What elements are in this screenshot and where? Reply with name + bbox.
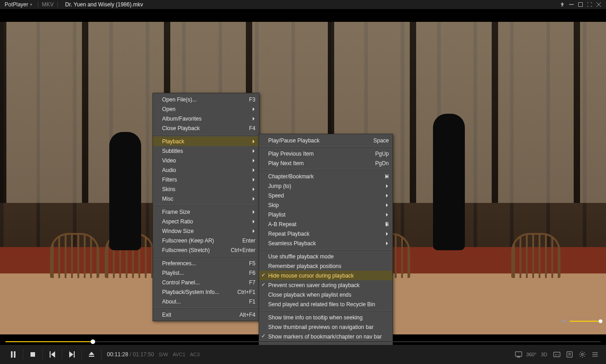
video-codec-badge[interactable]: AVC1 [173, 352, 185, 357]
previous-button[interactable] [44, 345, 61, 364]
chevron-down-icon: ▾ [30, 2, 32, 7]
menu-item[interactable]: Open File(s)...F3 [153, 95, 259, 104]
menu-item-label: Control Panel... [162, 279, 238, 286]
menu-item-label: Preferences... [162, 260, 238, 267]
seek-bar[interactable] [0, 339, 606, 345]
menu-item[interactable]: Remember playback positions [259, 261, 392, 271]
menu-item[interactable]: Use shuffle playback mode [259, 252, 392, 261]
menu-item[interactable]: Fullscreen (Keep AR)Enter [153, 236, 259, 245]
menu-item[interactable]: Skip [259, 200, 392, 210]
audio-codec-badge[interactable]: AC3 [190, 352, 199, 357]
menu-item-label: Frame Size [162, 209, 255, 215]
menu-item-shortcut: H [385, 173, 389, 180]
menu-item[interactable]: Close PlaybackF4 [153, 123, 259, 133]
menu-item-label: About... [162, 298, 238, 305]
menu-item[interactable]: Play Next ItemPgDn [259, 158, 392, 168]
menu-item[interactable]: Subtitles [153, 146, 259, 156]
pause-button[interactable] [5, 345, 22, 364]
menu-item-label: Seamless Playback [268, 240, 389, 247]
window-title: Dr. Yuen and Wisely (1986).mkv [65, 1, 143, 8]
menu-item-label: Hide mouse cursor during playback [268, 273, 389, 279]
volume-fill [570, 321, 601, 322]
menu-item[interactable]: Open [153, 104, 259, 114]
menu-item[interactable]: Filters [153, 175, 259, 184]
svg-rect-3 [14, 351, 16, 358]
menu-item[interactable]: Hide mouse cursor during playback [259, 271, 392, 280]
menu-item-label: Aspect Ratio [162, 218, 255, 225]
menu-item[interactable]: Prevent screen saver during playback [259, 280, 392, 290]
menu-item[interactable]: Seamless Playback [259, 238, 392, 248]
menu-item-label: Window Size [162, 228, 255, 234]
video-area[interactable]: Open File(s)...F3OpenAlbum/FavoritesClos… [0, 9, 606, 345]
fullscreen-button[interactable] [585, 0, 594, 9]
menu-item[interactable]: Show thumbnail previews on navigation ba… [259, 322, 392, 332]
screen-cast-button[interactable] [512, 345, 525, 364]
volume-knob[interactable] [599, 319, 602, 323]
seek-knob[interactable] [91, 339, 95, 344]
minimize-button[interactable] [567, 0, 576, 9]
menu-item[interactable]: Video [153, 156, 259, 165]
menu-item[interactable]: Fullscreen (Stretch)Ctrl+Enter [153, 245, 259, 255]
menu-item[interactable]: Speed [259, 191, 392, 200]
menu-item[interactable]: A-B RepeatB [259, 219, 392, 229]
menu-button[interactable] [589, 345, 601, 364]
renderer-badge[interactable]: S/W [158, 352, 168, 357]
menu-item[interactable]: Frame Size [153, 207, 259, 217]
svg-point-16 [581, 354, 583, 355]
playlist-button[interactable] [563, 345, 576, 364]
subtitle-button[interactable] [550, 345, 563, 364]
menu-item[interactable]: Aspect Ratio [153, 217, 259, 226]
menu-item[interactable]: Playback [153, 136, 259, 146]
menu-item[interactable]: Play Previous ItemPgUp [259, 149, 392, 158]
menu-item[interactable]: About...F1 [153, 297, 259, 306]
menu-item[interactable]: Control Panel...F7 [153, 278, 259, 287]
control-bar: 00:11:28 / 01:17:50 S/W AVC1 AC3 360° 3D [0, 345, 606, 364]
menu-item-label: Audio [162, 167, 255, 173]
menu-item[interactable]: Chapter/BookmarkH [259, 172, 392, 181]
menu-item[interactable]: Playlist [259, 210, 392, 219]
menu-item-label: Jump (to) [268, 183, 389, 189]
svg-rect-8 [515, 352, 522, 356]
maximize-button[interactable] [576, 0, 585, 9]
menu-item[interactable]: Close playback when playlist ends [259, 290, 392, 299]
menu-item-label: Speed [268, 192, 389, 199]
settings-button[interactable] [576, 345, 589, 364]
menu-item[interactable]: Audio [153, 165, 259, 175]
app-menu-button[interactable]: PotPlayer ▾ [3, 1, 34, 8]
menu-item[interactable]: Playback/System Info...Ctrl+F1 [153, 287, 259, 297]
menu-item-shortcut: PgUp [375, 151, 389, 157]
menu-divider [260, 147, 392, 147]
menu-item[interactable]: Window Size [153, 226, 259, 236]
menu-item-label: Prevent screen saver during playback [268, 282, 389, 288]
3d-button[interactable]: 3D [538, 345, 550, 364]
menu-item[interactable]: Jump (to) [259, 181, 392, 191]
menu-item-label: Video [162, 157, 255, 164]
menu-item-label: Play Next Item [268, 160, 364, 167]
menu-item-label: Playlist... [162, 270, 238, 276]
menu-item[interactable]: ExitAlt+F4 [153, 310, 259, 319]
svg-rect-6 [74, 351, 75, 358]
menu-item[interactable]: Send played and related files to Recycle… [259, 299, 392, 309]
volume-track[interactable] [570, 321, 601, 322]
volume-control[interactable] [561, 318, 601, 324]
menu-divider [153, 134, 259, 135]
menu-item[interactable]: Repeat Playback [259, 229, 392, 238]
next-button[interactable] [63, 345, 81, 364]
menu-item-shortcut: PgDn [375, 160, 389, 167]
svg-rect-1 [579, 3, 583, 7]
menu-item-label: Skip [268, 202, 389, 208]
vr-button[interactable]: 360° [525, 345, 538, 364]
pin-button[interactable] [558, 0, 567, 9]
menu-item[interactable]: Album/Favorites [153, 114, 259, 123]
menu-item[interactable]: Skins [153, 184, 259, 194]
menu-item[interactable]: Show time info on tooltip when seeking [259, 313, 392, 322]
menu-item[interactable]: Playlist...F6 [153, 268, 259, 278]
stop-button[interactable] [24, 345, 41, 364]
menu-item[interactable]: Preferences...F5 [153, 258, 259, 268]
eject-button[interactable] [83, 345, 100, 364]
menu-item[interactable]: Play/Pause PlaybackSpace [259, 136, 392, 145]
titlebar: PotPlayer ▾ MKV Dr. Yuen and Wisely (198… [0, 0, 606, 9]
close-button[interactable] [594, 0, 603, 9]
menu-item[interactable]: Misc [153, 194, 259, 203]
menu-item-label: Close playback when playlist ends [268, 292, 389, 298]
